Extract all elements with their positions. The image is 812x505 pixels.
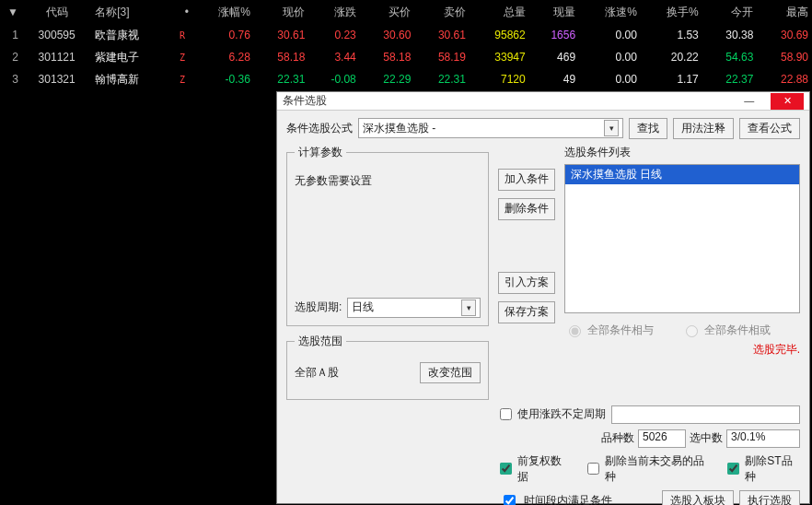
condition-list-title: 选股条件列表 <box>564 145 800 160</box>
add-condition-button[interactable]: 加入条件 <box>498 169 555 191</box>
view-formula-button[interactable]: 查看公式 <box>739 118 800 139</box>
status-done: 选股完毕. <box>564 342 800 358</box>
col-speed[interactable]: 涨速% <box>579 0 641 24</box>
run-button[interactable]: 执行选股 <box>739 490 800 506</box>
sort-indicator[interactable]: ▼ <box>0 0 22 24</box>
usage-button[interactable]: 用法注释 <box>673 118 734 139</box>
period-label: 选股周期: <box>295 299 342 315</box>
col-bid[interactable]: 买价 <box>360 0 415 24</box>
selected-label: 选中数 <box>690 430 723 446</box>
excl-notrade-label: 剔除当前未交易的品种 <box>605 453 709 485</box>
minimize-button[interactable]: — <box>733 92 766 109</box>
table-row[interactable]: 2301121紫建电子Z6.2858.183.4458.1858.1933947… <box>0 46 812 68</box>
use-uncertain-checkbox[interactable] <box>500 408 512 420</box>
period-combo[interactable]: 日线 ▾ <box>347 298 481 318</box>
col-chg[interactable]: 涨跌 <box>308 0 359 24</box>
close-window-button[interactable]: ✕ <box>771 93 804 110</box>
dialog-title: 条件选股 <box>283 93 327 109</box>
excl-notrade-checkbox[interactable] <box>587 463 599 475</box>
use-uncertain-label: 使用涨跌不定周期 <box>517 406 606 422</box>
col-flag: • <box>172 0 192 24</box>
excl-st-checkbox[interactable] <box>727 463 739 475</box>
kinds-value: 5026 <box>638 429 686 448</box>
range-value: 全部Ａ股 <box>295 365 339 381</box>
excl-st-label: 剔除ST品种 <box>745 453 800 485</box>
col-turn[interactable]: 换手% <box>641 0 702 24</box>
no-params-text: 无参数需要设置 <box>295 173 481 189</box>
condition-picker-dialog: 条件选股 — ✕ 条件选股公式 深水摸鱼选股 - ▾ 查找 用法注释 查看公式 … <box>276 91 810 504</box>
find-button[interactable]: 查找 <box>629 118 667 139</box>
timerange-label: 时间段内满足条件 <box>524 493 612 506</box>
formula-value: 深水摸鱼选股 - <box>363 121 435 136</box>
period-value: 日线 <box>352 299 374 315</box>
kinds-label: 品种数 <box>601 430 634 446</box>
fq-checkbox[interactable] <box>500 463 512 475</box>
formula-label: 条件选股公式 <box>286 121 353 136</box>
selected-value: 3/0.1% <box>726 429 800 448</box>
col-high[interactable]: 最高 <box>757 0 812 24</box>
table-header-row: ▼ 代码 名称[3] • 涨幅% 现价 涨跌 买价 卖价 总量 现量 涨速% 换… <box>0 0 812 24</box>
condition-listbox[interactable]: 深水摸鱼选股 日线 <box>564 164 800 313</box>
radio-and[interactable]: 全部条件相与 <box>564 323 654 338</box>
save-plan-button[interactable]: 保存方案 <box>498 301 555 323</box>
dialog-titlebar[interactable]: 条件选股 — ✕ <box>277 92 809 111</box>
table-row[interactable]: 1300595欧普康视R0.7630.610.2330.6030.6195862… <box>0 24 812 46</box>
list-item[interactable]: 深水摸鱼选股 日线 <box>565 165 799 184</box>
range-title: 选股范围 <box>295 334 346 349</box>
radio-or[interactable]: 全部条件相或 <box>681 323 771 338</box>
col-pct[interactable]: 涨幅% <box>192 0 254 24</box>
import-plan-button[interactable]: 引入方案 <box>498 272 555 294</box>
uncertain-period-input[interactable] <box>611 405 800 424</box>
change-range-button[interactable]: 改变范围 <box>420 362 481 383</box>
delete-condition-button[interactable]: 删除条件 <box>498 198 555 220</box>
col-open[interactable]: 今开 <box>702 0 758 24</box>
stock-table: ▼ 代码 名称[3] • 涨幅% 现价 涨跌 买价 卖价 总量 现量 涨速% 换… <box>0 0 812 90</box>
range-group: 选股范围 全部Ａ股 改变范围 <box>286 334 489 400</box>
col-code[interactable]: 代码 <box>22 0 91 24</box>
col-vol[interactable]: 总量 <box>470 0 529 24</box>
col-name[interactable]: 名称[3] <box>91 0 172 24</box>
timerange-checkbox[interactable] <box>504 495 516 506</box>
fq-label: 前复权数据 <box>517 453 570 485</box>
col-ask[interactable]: 卖价 <box>414 0 470 24</box>
calc-params-title: 计算参数 <box>295 145 346 160</box>
chevron-down-icon[interactable]: ▾ <box>604 120 619 136</box>
col-now[interactable]: 现量 <box>529 0 579 24</box>
formula-combo[interactable]: 深水摸鱼选股 - ▾ <box>358 118 623 138</box>
calc-params-group: 计算参数 无参数需要设置 选股周期: 日线 ▾ <box>286 145 489 326</box>
chevron-down-icon[interactable]: ▾ <box>461 299 476 316</box>
to-block-button[interactable]: 选股入板块 <box>662 490 734 506</box>
table-row[interactable]: 3301321翰博高新Z-0.3622.31-0.0822.2922.31712… <box>0 68 812 90</box>
col-price[interactable]: 现价 <box>254 0 309 24</box>
